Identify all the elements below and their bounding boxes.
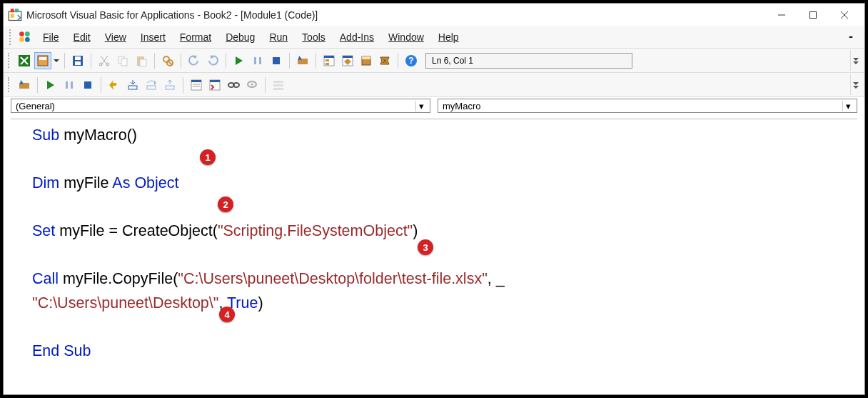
svg-rect-1: [11, 9, 14, 12]
svg-rect-47: [166, 86, 174, 89]
procedure-dropdown[interactable]: myMacro ▾: [438, 99, 857, 113]
vba-window: Microsoft Visual Basic for Applications …: [3, 3, 865, 395]
menu-file[interactable]: File: [36, 29, 66, 46]
step-over-icon[interactable]: [143, 76, 160, 94]
dropdown-arrow-icon[interactable]: [53, 58, 60, 64]
maximize-button[interactable]: [797, 6, 829, 24]
annotation-badge-1: 1: [200, 149, 216, 165]
save-icon[interactable]: [69, 52, 86, 69]
standard-toolbar: ? Ln 6, Col 1: [4, 49, 864, 73]
object-dropdown[interactable]: (General) ▾: [11, 99, 430, 113]
menu-window[interactable]: Window: [381, 29, 431, 46]
procedure-dropdown-value: myMacro: [443, 101, 480, 111]
grip-icon: [8, 77, 11, 92]
svg-rect-58: [273, 81, 283, 83]
svg-point-11: [25, 37, 30, 42]
svg-rect-38: [362, 56, 370, 59]
break-icon[interactable]: [249, 52, 266, 69]
toolbar-overflow-icon[interactable]: [850, 50, 860, 71]
svg-rect-36: [343, 56, 353, 58]
help-icon[interactable]: ?: [403, 52, 420, 69]
menu-edit[interactable]: Edit: [66, 29, 98, 46]
toolbar-overflow-icon[interactable]: [850, 74, 860, 95]
design-mode-icon[interactable]: [16, 76, 33, 94]
menu-run[interactable]: Run: [262, 29, 295, 46]
svg-rect-28: [259, 57, 261, 64]
paste-icon[interactable]: [133, 52, 150, 69]
view-excel-icon[interactable]: [16, 52, 33, 69]
menu-tools[interactable]: Tools: [295, 29, 333, 46]
svg-rect-43: [71, 81, 73, 89]
properties-window-icon[interactable]: [339, 52, 356, 69]
redo-icon[interactable]: [204, 52, 221, 69]
chevron-down-icon: ▾: [415, 101, 427, 111]
svg-rect-29: [273, 57, 280, 64]
code-editor[interactable]: Sub myMacro() Dim myFile As Object Set m…: [11, 119, 857, 359]
immediate-window-icon[interactable]: [206, 76, 223, 94]
debug-toolbar: [4, 73, 864, 97]
close-document-button[interactable]: -: [849, 29, 859, 44]
insert-module-icon[interactable]: [34, 52, 51, 69]
project-explorer-icon[interactable]: [321, 52, 338, 69]
copy-icon[interactable]: [114, 52, 131, 69]
minimize-button[interactable]: [766, 6, 797, 24]
step-out-icon[interactable]: [161, 76, 178, 94]
locals-window-icon[interactable]: [188, 76, 205, 94]
vba-menu-icon: [17, 29, 33, 45]
grip-icon: [9, 29, 13, 45]
break-icon[interactable]: [61, 76, 78, 94]
code-navigation-bar: (General) ▾ myMacro ▾: [4, 97, 864, 114]
svg-rect-33: [326, 59, 329, 61]
svg-point-8: [19, 31, 24, 36]
svg-rect-32: [324, 56, 334, 58]
svg-rect-53: [210, 80, 220, 82]
svg-rect-42: [66, 81, 68, 89]
watch-window-icon[interactable]: [225, 76, 242, 94]
reset-icon[interactable]: [268, 52, 285, 69]
svg-rect-45: [128, 86, 137, 89]
menu-help[interactable]: Help: [431, 29, 466, 46]
title-bar: Microsoft Visual Basic for Applications …: [4, 4, 864, 26]
svg-rect-49: [191, 80, 201, 82]
cursor-position: Ln 6, Col 1: [425, 53, 632, 69]
run-icon[interactable]: [231, 52, 248, 69]
close-button[interactable]: [829, 6, 860, 24]
design-mode-icon[interactable]: [294, 52, 311, 69]
svg-point-10: [19, 37, 24, 42]
quick-watch-icon[interactable]: [243, 76, 261, 94]
svg-rect-21: [121, 59, 127, 66]
svg-rect-34: [326, 63, 329, 65]
svg-point-57: [251, 83, 253, 85]
svg-rect-17: [75, 61, 81, 65]
menu-addins[interactable]: Add-Ins: [333, 29, 381, 46]
svg-rect-5: [810, 11, 817, 18]
reset-icon[interactable]: [79, 76, 96, 94]
toolbox-icon[interactable]: [376, 52, 393, 69]
step-into-icon[interactable]: [124, 76, 141, 94]
find-icon[interactable]: [159, 52, 176, 69]
svg-rect-16: [75, 56, 81, 60]
menu-debug[interactable]: Debug: [218, 29, 262, 46]
svg-rect-2: [15, 9, 19, 12]
svg-rect-46: [147, 86, 156, 89]
chevron-down-icon: ▾: [842, 101, 854, 111]
svg-point-9: [25, 31, 30, 36]
svg-rect-60: [273, 88, 283, 90]
undo-icon[interactable]: [186, 52, 203, 69]
object-browser-icon[interactable]: [358, 52, 375, 69]
menu-view[interactable]: View: [98, 29, 133, 46]
window-title: Microsoft Visual Basic for Applications …: [26, 9, 318, 21]
grip-icon: [8, 53, 11, 68]
call-stack-icon[interactable]: [270, 76, 287, 94]
vba-app-icon: [8, 8, 22, 22]
menu-insert[interactable]: Insert: [133, 29, 173, 46]
svg-rect-23: [140, 59, 146, 66]
cut-icon[interactable]: [96, 52, 113, 69]
svg-rect-3: [11, 14, 14, 17]
run-icon[interactable]: [42, 76, 59, 94]
svg-rect-14: [39, 57, 46, 60]
svg-rect-59: [273, 84, 283, 86]
svg-rect-27: [254, 57, 256, 64]
menu-format[interactable]: Format: [173, 29, 218, 46]
toggle-breakpoint-icon[interactable]: [106, 76, 123, 94]
